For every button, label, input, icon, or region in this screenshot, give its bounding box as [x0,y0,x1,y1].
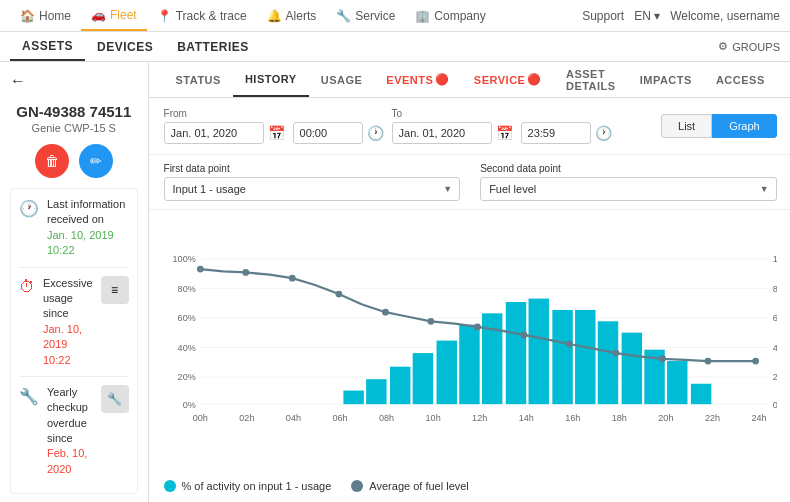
checkup-detail-button[interactable]: 🔧 [101,385,129,413]
second-data-point-wrap: Fuel level [480,177,777,201]
nav-service[interactable]: 🔧 Service [326,0,405,31]
welcome-text: Welcome, username [670,9,780,23]
tab-asset-details[interactable]: ASSET DETAILS [554,62,628,97]
track-icon: 📍 [157,9,172,23]
home-icon: 🏠 [20,9,35,23]
view-buttons: List Graph [661,114,777,138]
svg-text:20%: 20% [177,372,195,382]
svg-rect-39 [667,361,687,404]
graph-button[interactable]: Graph [712,114,777,138]
first-data-point-select[interactable]: Input 1 - usage [164,177,461,201]
last-info-text: Last information received on Jan. 10, 20… [47,197,129,259]
tab-batteries[interactable]: BATTERIES [165,32,261,61]
svg-text:24h: 24h [751,413,766,423]
svg-point-49 [566,341,573,348]
events-alert-icon: 🔴 [435,73,450,86]
from-time-group: 🕐 [293,108,384,144]
svg-point-45 [382,309,389,316]
tab-service[interactable]: SERVICE 🔴 [462,62,554,97]
svg-text:12h: 12h [472,413,487,423]
calendar-icon[interactable]: 📅 [268,125,285,141]
svg-rect-30 [459,325,479,404]
tab-history[interactable]: HISTORY [233,62,309,97]
clock-icon: 🕐 [19,199,39,218]
nav-fleet[interactable]: 🚗 Fleet [81,0,147,31]
alerts-icon: 🔔 [267,9,282,23]
back-button[interactable]: ← [10,72,26,90]
svg-rect-25 [343,391,363,405]
to-date-input[interactable] [392,122,492,144]
svg-text:40%: 40% [772,343,777,353]
action-buttons: 🗑 ✏ [35,144,113,178]
nav-track[interactable]: 📍 Track & trace [147,0,257,31]
from-time-input[interactable] [293,122,363,144]
tab-assets[interactable]: ASSETS [10,32,85,61]
usage-legend-dot [164,480,176,492]
nav-home[interactable]: 🏠 Home [10,0,81,31]
usage-detail-button[interactable]: ≡ [101,276,129,304]
data-point-row: First data point Input 1 - usage Second … [149,155,790,210]
gear-icon: ⚙ [718,40,728,53]
svg-rect-32 [505,302,525,404]
asset-subtitle: Genie CWP-15 S [32,122,116,134]
groups-button[interactable]: ⚙ GROUPS [718,40,780,53]
svg-point-48 [520,332,527,339]
tab-status[interactable]: STATUS [164,62,233,97]
nav-right: Support EN ▾ Welcome, username [582,9,780,23]
yearly-checkup-row: 🔧 Yearly checkup overdue since Feb. 10, … [19,385,129,485]
tab-events[interactable]: EVENTS 🔴 [374,62,462,97]
legend-item-usage: % of activity on input 1 - usage [164,480,332,492]
svg-text:00h: 00h [192,413,207,423]
svg-rect-34 [552,310,572,404]
wrench-icon: 🔧 [19,387,39,406]
chart-container: 100% 80% 60% 40% 20% 0% 100% 80% 60% 40%… [164,215,777,473]
svg-point-42 [242,269,249,276]
svg-rect-35 [575,310,595,404]
svg-text:60%: 60% [177,313,195,323]
tab-access[interactable]: ACCESS [704,62,777,97]
lang-selector[interactable]: EN ▾ [634,9,660,23]
svg-point-43 [288,275,295,282]
nav-company[interactable]: 🏢 Company [405,0,495,31]
svg-rect-28 [412,353,432,404]
top-nav: 🏠 Home 🚗 Fleet 📍 Track & trace 🔔 Alerts … [0,0,790,32]
tab-devices[interactable]: DEVICES [85,32,165,61]
service-icon: 🔧 [336,9,351,23]
svg-point-46 [427,318,434,325]
second-data-point-select[interactable]: Fuel level [480,177,777,201]
to-time-icon[interactable]: 🕐 [595,125,612,141]
svg-point-47 [474,324,481,331]
svg-rect-40 [690,384,710,404]
delete-button[interactable]: 🗑 [35,144,69,178]
from-time-wrap: 🕐 [293,122,384,144]
to-calendar-icon[interactable]: 📅 [496,125,513,141]
svg-text:10h: 10h [425,413,440,423]
svg-text:16h: 16h [565,413,580,423]
nav-alerts[interactable]: 🔔 Alerts [257,0,327,31]
svg-rect-33 [528,299,548,405]
chart-area: 100% 80% 60% 40% 20% 0% 100% 80% 60% 40%… [149,210,790,502]
svg-rect-36 [597,321,617,404]
left-panel: ← GN-49388 74511 Genie CWP-15 S 🗑 ✏ 🕐 [0,62,149,502]
list-button[interactable]: List [661,114,712,138]
edit-button[interactable]: ✏ [79,144,113,178]
tab-usage[interactable]: USAGE [309,62,375,97]
from-date-input[interactable] [164,122,264,144]
svg-text:100%: 100% [172,254,195,264]
svg-text:22h: 22h [704,413,719,423]
svg-text:80%: 80% [177,284,195,294]
timer-icon: ⏱ [19,278,35,296]
svg-text:06h: 06h [332,413,347,423]
to-group: To 📅 [392,108,513,144]
tool-icon: 🔧 [107,392,122,406]
fuel-legend-dot [351,480,363,492]
svg-text:0%: 0% [772,400,777,410]
tab-impacts[interactable]: IMPACTS [628,62,704,97]
list-icon: ≡ [111,283,118,297]
excessive-usage-text: Excessive usage since Jan. 10, 2019 10:2… [43,276,93,368]
support-link[interactable]: Support [582,9,624,23]
to-time-input[interactable] [521,122,591,144]
svg-text:20%: 20% [772,372,777,382]
svg-text:04h: 04h [285,413,300,423]
time-icon[interactable]: 🕐 [367,125,384,141]
